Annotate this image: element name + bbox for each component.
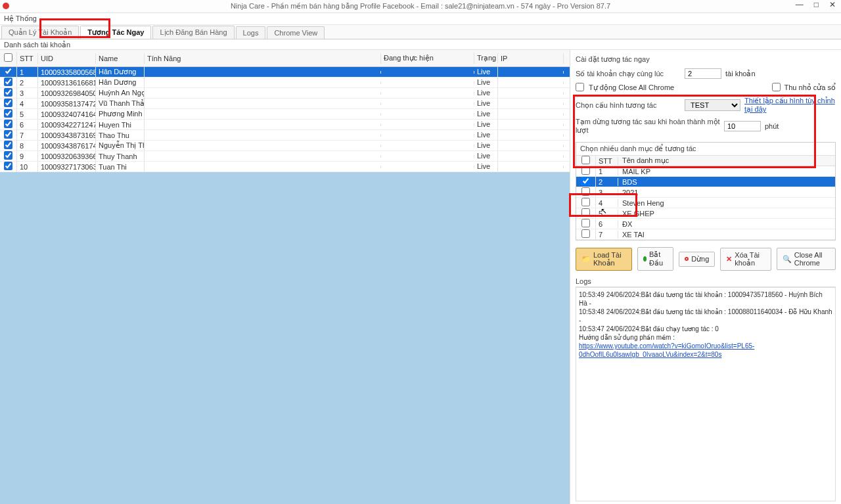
list-item[interactable]: 1MAIL KP (576, 166, 835, 177)
tab-chrome-view[interactable]: Chrome View (267, 26, 325, 39)
cat-checkbox[interactable] (581, 208, 590, 217)
table-row[interactable]: 8100093438761743Nguyễn Thị ThảoLive (0, 141, 570, 151)
table-row[interactable]: 5100093240741642Phương MinhLive (0, 109, 570, 120)
label-auto-close: Tự động Close All Chrome (589, 83, 674, 92)
select-config[interactable]: TEST (685, 99, 740, 111)
list-item[interactable]: 4Steven Heng (576, 198, 835, 208)
row-checkbox[interactable] (4, 88, 12, 97)
x-icon: ✕ (726, 255, 732, 263)
start-button[interactable]: Bắt Đầu (637, 247, 674, 271)
list-item[interactable]: 6ĐX (576, 219, 835, 229)
col-dangthuchien: Đang thực hiện (381, 53, 474, 64)
table-row[interactable]: 10100093271730636Tuan ThiLive (0, 162, 570, 172)
cat-select-all[interactable] (581, 156, 590, 164)
logs-area: 10:53:49 24/06/2024:Bắt đầu tương tác tà… (576, 287, 836, 501)
cat-checkbox[interactable] (581, 198, 590, 206)
label-pause: Tạm dừng tương tác sau khi hoàn thành mộ… (576, 118, 720, 135)
window-title: Ninja Care - Phần mềm bán hàng bằng Prof… (231, 2, 610, 11)
cat-checkbox[interactable] (581, 177, 590, 185)
app-icon (3, 3, 9, 9)
close-button[interactable]: ✕ (827, 0, 838, 9)
list-item[interactable]: 5XE GHEP (576, 208, 835, 219)
input-pause[interactable] (724, 121, 761, 131)
row-checkbox[interactable] (4, 120, 12, 128)
row-checkbox[interactable] (4, 162, 12, 170)
categories-title: Chọn nhiều danh mục để tương tác (576, 143, 835, 156)
play-icon (643, 256, 647, 262)
list-item[interactable]: 32021 (576, 187, 835, 198)
menu-system[interactable]: Hệ Thống (4, 14, 37, 23)
load-accounts-button[interactable]: 📁 Load Tài Khoản (576, 248, 632, 271)
chk-minimize[interactable] (772, 83, 781, 91)
settings-panel: Cài đặt tương tác ngay Số tài khoản chạy… (570, 50, 841, 504)
settings-title: Cài đặt tương tác ngay (576, 55, 836, 64)
input-concurrent[interactable] (685, 68, 721, 79)
cat-checkbox[interactable] (581, 166, 590, 175)
list-item[interactable]: 2BDS (576, 177, 835, 187)
table-row[interactable]: 2100093136166818Hân DươngLive (0, 78, 570, 88)
select-all-checkbox[interactable] (4, 53, 12, 62)
tab-lịch-đăng-bán-hàng[interactable]: Lịch Đăng Bán Hàng (152, 26, 234, 39)
label-config: Chọn cấu hình tương tác (576, 101, 681, 110)
accounts-header: STT UID Name Tính Năng Đang thực hiện Tr… (0, 50, 570, 67)
logs-label: Logs (576, 277, 836, 287)
logs-link[interactable]: https://www.youtube.com/watch?v=kiGomoIO… (579, 342, 754, 358)
col-name: Name (96, 53, 145, 64)
table-row[interactable]: 6100093422712470Huyen ThiLive (0, 120, 570, 130)
table-row[interactable]: 1100093358005681Hân DươngLive (0, 67, 570, 78)
table-row[interactable]: 7100093438731691Thao ThuLive (0, 130, 570, 141)
close-all-chrome-button[interactable]: 🔍 Close All Chrome (777, 248, 836, 270)
tab-logs[interactable]: Logs (236, 26, 266, 39)
tab-tương-tác-ngay[interactable]: Tương Tác Ngay (80, 26, 151, 39)
magnifier-icon: 🔍 (783, 255, 792, 263)
table-row[interactable]: 4100093581374729Vũ Thanh ThảoLive (0, 99, 570, 109)
suffix-pause: phút (765, 122, 779, 130)
row-checkbox[interactable] (4, 78, 12, 86)
row-checkbox[interactable] (4, 141, 12, 149)
delete-accounts-button[interactable]: ✕ Xóa Tài khoản (720, 248, 771, 271)
cat-checkbox[interactable] (581, 219, 590, 227)
folder-icon: 📁 (581, 255, 591, 263)
categories-box: Chọn nhiều danh mục để tương tác STT Tên… (576, 142, 836, 241)
link-config[interactable]: Thiết lập cấu hình tùy chỉnh tại đây (744, 97, 836, 114)
col-trangthai: Trạng thái (474, 53, 498, 63)
table-row[interactable]: 3100093269840508Huỳnh An NgọcLive (0, 88, 570, 99)
tabs: Quản Lý Tài KhoảnTương Tác NgayLịch Đăng… (0, 25, 841, 39)
col-tinhnang: Tính Năng (145, 53, 381, 64)
label-concurrent: Số tài khoản chạy cùng lúc (576, 70, 681, 78)
label-minimize: Thu nhỏ cửa sổ (784, 83, 836, 92)
stop-button[interactable]: Dừng (679, 252, 715, 267)
suffix-concurrent: tài khoản (725, 70, 756, 78)
col-uid: UID (38, 53, 96, 64)
row-checkbox[interactable] (4, 67, 12, 76)
chk-auto-close[interactable] (576, 83, 584, 91)
stop-icon (685, 257, 689, 261)
maximize-button[interactable]: □ (811, 0, 821, 9)
subheader: Danh sách tài khoản (0, 39, 841, 50)
cat-col-stt: STT (596, 157, 618, 165)
tab-quản-lý-tài-khoản[interactable]: Quản Lý Tài Khoản (1, 26, 79, 39)
row-checkbox[interactable] (4, 130, 12, 139)
cat-checkbox[interactable] (581, 187, 590, 196)
row-checkbox[interactable] (4, 109, 12, 118)
cat-checkbox[interactable] (581, 229, 590, 238)
table-row[interactable]: 9100093206393668Thuy ThanhLive (0, 151, 570, 162)
cursor-icon: ↖ (601, 206, 607, 216)
list-item[interactable]: 7XE TAI (576, 229, 835, 240)
menubar: Hệ Thống (0, 13, 841, 25)
accounts-panel: STT UID Name Tính Năng Đang thực hiện Tr… (0, 50, 570, 504)
row-checkbox[interactable] (4, 99, 12, 107)
col-stt: STT (17, 53, 38, 64)
minimize-button[interactable]: — (793, 0, 806, 9)
row-checkbox[interactable] (4, 151, 12, 160)
col-ip: IP (498, 53, 564, 64)
cat-col-name: Tên danh mục (618, 156, 835, 165)
titlebar: Ninja Care - Phần mềm bán hàng bằng Prof… (0, 0, 841, 13)
